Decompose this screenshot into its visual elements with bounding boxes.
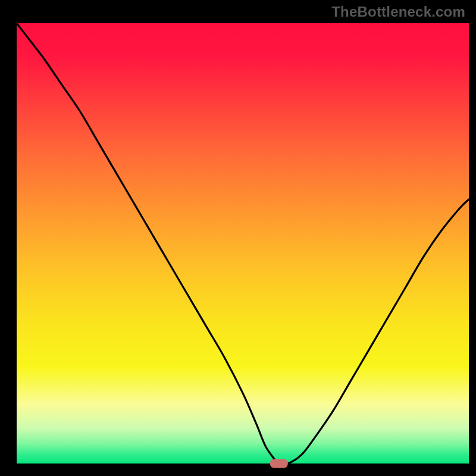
plot-background <box>17 23 469 464</box>
chart-frame: TheBottleneck.com <box>0 0 476 476</box>
bottleneck-chart <box>0 0 476 476</box>
optimal-marker <box>270 459 288 468</box>
